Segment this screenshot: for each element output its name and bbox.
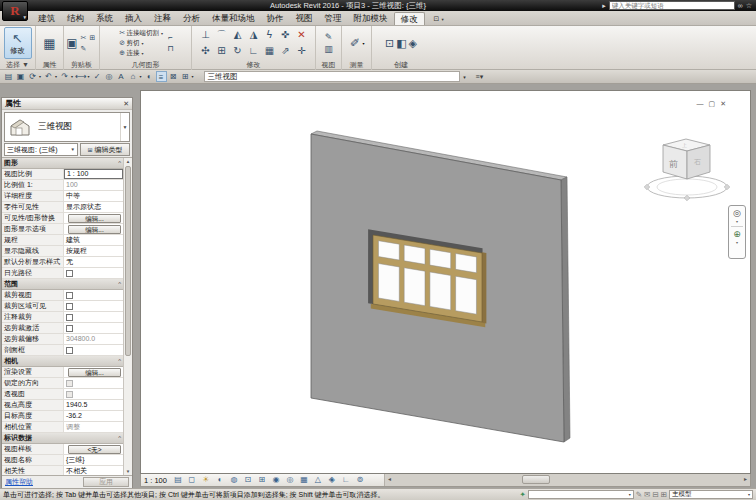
property-row[interactable]: 相机位置调整 <box>2 422 123 433</box>
property-value[interactable]: 编辑... <box>64 367 123 377</box>
join-end-cut-button[interactable]: ✂连接端切割▾ <box>118 28 164 38</box>
measure-icon[interactable]: ⟷ <box>75 71 86 82</box>
compass-east-marker[interactable] <box>724 184 730 190</box>
align-icon[interactable]: ⊥ <box>198 27 214 43</box>
viewcube-right-face-label[interactable]: 右 <box>694 158 701 166</box>
aligned-dimension-icon[interactable]: ✓ <box>92 71 103 82</box>
checkbox-unchecked[interactable] <box>66 314 73 321</box>
unpin-icon[interactable]: ✛ <box>294 43 310 59</box>
hscroll-right-icon[interactable]: ▸ <box>741 474 750 486</box>
ribbon-display-dropdown-icon[interactable]: ▾ <box>441 17 443 22</box>
property-row[interactable]: 可见性/图形替换编辑... <box>2 213 123 224</box>
sign-in-icon[interactable]: ☆ <box>746 1 752 10</box>
requests-icon[interactable]: ✉ <box>644 490 650 499</box>
property-row[interactable]: 远剪裁偏移304800.0 <box>2 334 123 345</box>
property-row[interactable]: 视图比例1 : 100 <box>2 169 123 180</box>
reveal-constraints-icon[interactable]: ∟ <box>339 474 353 486</box>
checkbox-unchecked[interactable] <box>66 303 73 310</box>
mirror-pick-axis-icon[interactable]: ◭ <box>230 27 246 43</box>
mirror-draw-axis-icon[interactable]: ◮ <box>246 27 262 43</box>
checkbox-unchecked[interactable] <box>66 292 73 299</box>
horizontal-scrollbar[interactable] <box>394 474 741 486</box>
sync-icon[interactable]: ⟳ <box>27 71 38 82</box>
show-analytical-model-icon[interactable]: △ <box>311 474 325 486</box>
temporary-view-properties-icon[interactable]: ▦ <box>297 474 311 486</box>
match-type-icon[interactable]: ✎ <box>79 43 88 54</box>
property-value[interactable]: 中等 <box>64 191 123 201</box>
undo-icon-dropdown[interactable]: ▾ <box>55 74 57 79</box>
redo-icon-dropdown[interactable]: ▾ <box>71 74 73 79</box>
show-crop-region-icon[interactable]: ⊞ <box>255 474 269 486</box>
reveal-hidden-elements-icon[interactable]: ◎ <box>283 474 297 486</box>
property-row[interactable]: 渲染设置编辑... <box>2 367 123 378</box>
tab-结构[interactable]: 结构 <box>61 12 90 25</box>
active-view-dropdown-icon[interactable]: ▾ <box>460 74 470 80</box>
property-value[interactable] <box>64 389 123 399</box>
tab-注释[interactable]: 注释 <box>148 12 177 25</box>
trim-extend-icon[interactable]: ∟ <box>246 43 262 59</box>
sync-icon-dropdown[interactable]: ▾ <box>39 74 41 79</box>
edit-button[interactable]: 编辑... <box>68 214 121 223</box>
active-view-box[interactable]: 三维视图 <box>204 71 460 82</box>
array-icon[interactable]: ▦ <box>262 43 278 59</box>
property-value[interactable] <box>64 345 123 355</box>
property-value[interactable]: 显示原状态 <box>64 202 123 212</box>
split-element-icon[interactable]: ϟ <box>262 27 278 43</box>
join-geometry-dropdown-icon[interactable]: ▾ <box>142 51 144 56</box>
panel-label-select[interactable]: 选择 ▼ <box>0 60 35 70</box>
edit-button[interactable]: 编辑... <box>68 368 121 377</box>
create-similar-icon[interactable]: ◈ <box>409 36 417 50</box>
switch-windows-icon-dropdown[interactable]: ▾ <box>192 74 194 79</box>
close-view-icon[interactable]: ✕ <box>720 100 726 108</box>
minimize-view-icon[interactable]: — <box>697 100 704 108</box>
highlight-displacement-icon[interactable]: ◈ <box>325 474 339 486</box>
type-selector[interactable]: 三维视图 ▼ <box>4 112 130 142</box>
tab-分析[interactable]: 分析 <box>177 12 206 25</box>
property-row[interactable]: 裁剪区域可见 <box>2 301 123 312</box>
property-row[interactable]: 透视图 <box>2 389 123 400</box>
property-value[interactable] <box>64 323 123 333</box>
tab-系统[interactable]: 系统 <box>90 12 119 25</box>
join-end-cut-dropdown-icon[interactable]: ▾ <box>161 31 163 36</box>
join-geometry-button[interactable]: ⊕连接▾ <box>118 48 164 58</box>
tab-管理[interactable]: 管理 <box>319 12 348 25</box>
tab-附加模块[interactable]: 附加模块 <box>348 12 394 25</box>
checkbox-unchecked[interactable] <box>66 347 73 354</box>
editable-only-icon[interactable]: ✎ <box>636 490 642 499</box>
property-row[interactable]: 视图样板<无> <box>2 444 123 455</box>
property-row[interactable]: 默认分析显示样式无 <box>2 257 123 268</box>
rendering-dialog-icon[interactable]: ◍ <box>227 474 241 486</box>
property-value[interactable]: 1940.5 <box>64 400 123 410</box>
thin-lines-icon[interactable]: ≡ <box>156 71 167 82</box>
property-value[interactable]: 编辑... <box>64 213 123 223</box>
tab-体量和场地[interactable]: 体量和场地 <box>206 12 261 25</box>
cut-geometry-button[interactable]: ⊘剪切▾ <box>118 38 164 48</box>
scale-icon[interactable]: ⇗ <box>278 43 294 59</box>
property-value[interactable]: {三维} <box>64 455 123 465</box>
search-binoculars-icon[interactable]: ∞ <box>738 1 743 10</box>
close-properties-icon[interactable]: ✕ <box>123 100 129 108</box>
property-value[interactable] <box>64 290 123 300</box>
property-value[interactable]: 1 : 100 <box>64 169 123 179</box>
close-hidden-windows-icon[interactable]: ⊠ <box>168 71 179 82</box>
property-row[interactable]: 视图名称{三维} <box>2 455 123 466</box>
default-3d-view-icon-dropdown[interactable]: ▾ <box>140 74 142 79</box>
drawing-canvas[interactable]: —▢✕ <box>140 90 751 474</box>
design-options-icon[interactable]: ⊞ <box>661 490 667 499</box>
property-value[interactable] <box>64 268 123 278</box>
shadows-icon[interactable]: ◐ <box>213 474 227 486</box>
property-value[interactable] <box>64 378 123 388</box>
application-menu-button[interactable]: R▾ <box>2 1 28 21</box>
properties-help-link[interactable]: 属性帮助 <box>5 477 33 487</box>
instance-selector[interactable]: 三维视图: (三维) ▼ <box>4 143 78 156</box>
properties-palette-icon[interactable]: ▦ <box>43 37 56 50</box>
main-model-select[interactable]: 主模型 ▾ <box>669 490 753 499</box>
property-row[interactable]: 详细程度中等 <box>2 191 123 202</box>
property-value[interactable]: <无> <box>64 444 123 454</box>
infocenter-search-input[interactable] <box>609 1 735 10</box>
save-icon[interactable]: ▣ <box>15 71 26 82</box>
hscroll-thumb[interactable] <box>522 475 550 484</box>
crop-view-icon[interactable]: ⊡ <box>241 474 255 486</box>
delete-icon[interactable]: ✕ <box>294 27 310 43</box>
checkbox-unchecked[interactable] <box>66 270 73 277</box>
